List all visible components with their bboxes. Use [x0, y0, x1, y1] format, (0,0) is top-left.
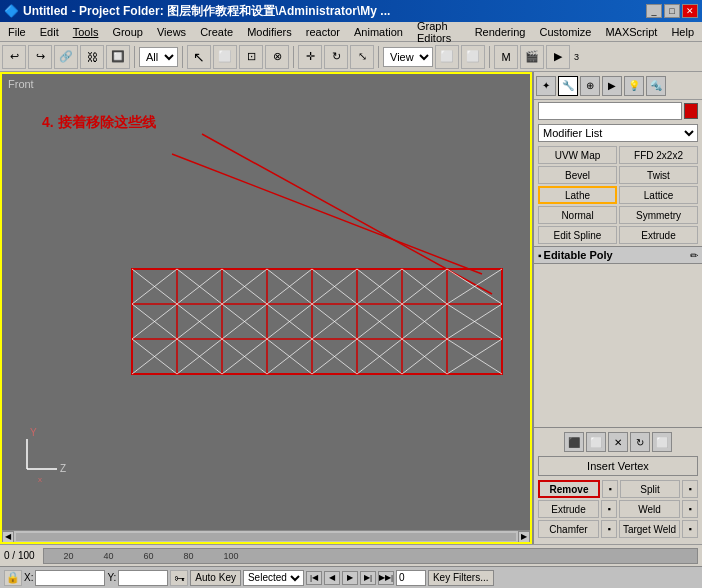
rotate-button[interactable]: ↻	[324, 45, 348, 69]
timeline-track[interactable]: 20 40 60 80 100	[43, 548, 698, 564]
mod-lattice-button[interactable]: Lattice	[619, 186, 698, 204]
svg-line-50	[267, 339, 312, 374]
rp-display-tab[interactable]: 💡	[624, 76, 644, 96]
material-editor-button[interactable]: M	[494, 45, 518, 69]
rp-sub-btn-5[interactable]: ⬜	[652, 432, 672, 452]
mod-bevel-button[interactable]: Bevel	[538, 166, 617, 184]
select-region-button[interactable]: ⬜	[213, 45, 237, 69]
mirror-button[interactable]: ⬜	[435, 45, 459, 69]
menu-edit[interactable]: Edit	[34, 25, 65, 39]
mod-symmetry-button[interactable]: Symmetry	[619, 206, 698, 224]
extrude-edge-button[interactable]: Extrude	[538, 500, 599, 518]
svg-line-51	[267, 339, 312, 374]
rp-hierarchy-tab[interactable]: ⊕	[580, 76, 600, 96]
mod-editspline-button[interactable]: Edit Spline	[538, 226, 617, 244]
selected-filter-select[interactable]: Selected	[243, 570, 304, 586]
menu-create[interactable]: Create	[194, 25, 239, 39]
svg-text:Y: Y	[30, 427, 37, 438]
rp-motion-tab[interactable]: ▶	[602, 76, 622, 96]
select-window-button[interactable]: ⊡	[239, 45, 263, 69]
horizontal-scrollbar[interactable]: ◀ ▶	[2, 530, 530, 542]
object-color-swatch[interactable]	[684, 103, 698, 119]
scale-button[interactable]: ⤡	[350, 45, 374, 69]
menu-customize[interactable]: Customize	[533, 25, 597, 39]
y-coord-input[interactable]: -0.0m	[118, 570, 168, 586]
filter-select[interactable]: All	[139, 47, 178, 67]
mod-extrude-button[interactable]: Extrude	[619, 226, 698, 244]
menu-help[interactable]: Help	[665, 25, 700, 39]
rp-sub-btn-2[interactable]: ⬜	[586, 432, 606, 452]
mod-normal-button[interactable]: Normal	[538, 206, 617, 224]
menu-file[interactable]: File	[2, 25, 32, 39]
close-button[interactable]: ✕	[682, 4, 698, 18]
scroll-right-button[interactable]: ▶	[518, 531, 530, 543]
key-icon[interactable]: 🗝	[170, 570, 188, 586]
frame-input[interactable]	[396, 570, 426, 586]
align-button[interactable]: ⬜	[461, 45, 485, 69]
rp-modify-tab[interactable]: 🔧	[558, 76, 578, 96]
object-name-input[interactable]: Plane01	[538, 102, 682, 120]
anim-prev-button[interactable]: ◀	[324, 571, 340, 585]
maximize-button[interactable]: □	[664, 4, 680, 18]
anim-next-button[interactable]: ▶|	[360, 571, 376, 585]
anim-play-button[interactable]: ▶	[342, 571, 358, 585]
insert-vertex-button[interactable]: Insert Vertex	[538, 456, 698, 476]
menu-tools[interactable]: Tools	[67, 25, 105, 39]
split-button[interactable]: Split	[620, 480, 680, 498]
chamfer-button[interactable]: Chamfer	[538, 520, 599, 538]
rp-sub-btn-3[interactable]: ✕	[608, 432, 628, 452]
select-object-button[interactable]: ↖	[187, 45, 211, 69]
svg-line-45	[132, 339, 177, 374]
menu-animation[interactable]: Animation	[348, 25, 409, 39]
menu-graph-editors[interactable]: Graph Editors	[411, 19, 467, 45]
split-settings-button[interactable]: ▪	[682, 480, 698, 498]
minimize-button[interactable]: _	[646, 4, 662, 18]
scroll-track[interactable]	[16, 533, 516, 541]
menu-modifiers[interactable]: Modifiers	[241, 25, 298, 39]
mod-lathe-button[interactable]: Lathe	[538, 186, 617, 204]
modifier-list-select[interactable]: Modifier List	[538, 124, 698, 142]
menu-group[interactable]: Group	[106, 25, 149, 39]
menu-reactor[interactable]: reactor	[300, 25, 346, 39]
diagonal-lines-svg: Z Y x	[2, 74, 530, 542]
lock-button[interactable]: 🔒	[4, 570, 22, 586]
bind-wss-button[interactable]: 🔲	[106, 45, 130, 69]
mod-ffd2x2x2-button[interactable]: FFD 2x2x2	[619, 146, 698, 164]
scroll-left-button[interactable]: ◀	[2, 531, 14, 543]
target-weld-button[interactable]: Target Weld	[619, 520, 680, 538]
editable-poly-header[interactable]: ▪ Editable Poly ✏	[534, 246, 702, 264]
anim-end-button[interactable]: ▶▶|	[378, 571, 394, 585]
select-link-button[interactable]: 🔗	[54, 45, 78, 69]
menu-views[interactable]: Views	[151, 25, 192, 39]
rp-sub-btn-4[interactable]: ↻	[630, 432, 650, 452]
rp-utilities-tab[interactable]: 🔩	[646, 76, 666, 96]
extrude-settings-button[interactable]: ▪	[601, 500, 617, 518]
redo-button[interactable]: ↪	[28, 45, 52, 69]
viewport-front[interactable]: Front 4. 接着移除这些线	[0, 72, 532, 544]
weld-settings-button[interactable]: ▪	[682, 500, 698, 518]
rp-sub-btn-1[interactable]: ⬛	[564, 432, 584, 452]
remove-settings-button[interactable]: ▪	[602, 480, 618, 498]
unlink-button[interactable]: ⛓	[80, 45, 104, 69]
undo-button[interactable]: ↩	[2, 45, 26, 69]
rp-create-tab[interactable]: ✦	[536, 76, 556, 96]
move-button[interactable]: ✛	[298, 45, 322, 69]
chamfer-settings-button[interactable]: ▪	[601, 520, 617, 538]
remove-button[interactable]: Remove	[538, 480, 600, 498]
menu-rendering[interactable]: Rendering	[469, 25, 532, 39]
render-button[interactable]: 🎬	[520, 45, 544, 69]
key-filters-button[interactable]: Key Filters...	[428, 570, 494, 586]
view-select[interactable]: View	[383, 47, 433, 67]
svg-line-25	[402, 269, 447, 304]
x-coord-input[interactable]: 23.221mm	[35, 570, 105, 586]
menu-maxscript[interactable]: MAXScript	[599, 25, 663, 39]
mod-uvwmap-button[interactable]: UVW Map	[538, 146, 617, 164]
targetweld-settings-button[interactable]: ▪	[682, 520, 698, 538]
anim-start-button[interactable]: |◀	[306, 571, 322, 585]
auto-key-button[interactable]: Auto Key	[190, 570, 241, 586]
select-invert-button[interactable]: ⊗	[265, 45, 289, 69]
toolbar-separator-5	[489, 46, 490, 68]
render-production-button[interactable]: ▶	[546, 45, 570, 69]
weld-button[interactable]: Weld	[619, 500, 680, 518]
mod-twist-button[interactable]: Twist	[619, 166, 698, 184]
